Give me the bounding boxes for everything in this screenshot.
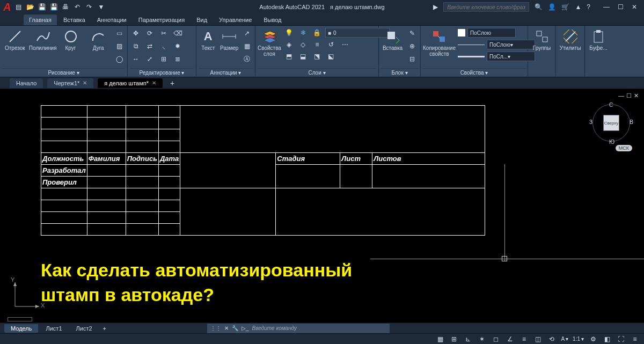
arc-button[interactable]: Дуга — [85, 27, 111, 51]
iso-icon[interactable]: ◧ — [602, 335, 612, 343]
layer-more-icon[interactable]: ⋯ — [339, 39, 351, 50]
mtext-icon[interactable]: Ⓐ — [241, 53, 253, 65]
hatch-icon[interactable]: ▨ — [113, 40, 125, 52]
layer-merge-icon[interactable]: ⬒ — [283, 50, 295, 62]
layer-props-button[interactable]: Свойства слоя — [258, 27, 281, 57]
layer-match-icon[interactable]: ≡ — [311, 39, 323, 50]
panel-title[interactable]: Редактирование ▾ — [130, 68, 194, 77]
stretch-icon[interactable]: ↔ — [130, 53, 142, 65]
wcs-badge[interactable]: МСК — [616, 145, 632, 151]
gear-icon[interactable]: ⚙ — [588, 335, 598, 343]
trim-icon[interactable]: ✂ — [158, 27, 170, 39]
panel-title[interactable]: Рисование ▾ — [2, 68, 125, 77]
erase-icon[interactable]: ⌫ — [172, 27, 184, 39]
file-tab-drawing1[interactable]: Чертеж1*✕ — [47, 78, 93, 88]
search-input[interactable] — [443, 2, 529, 12]
fullscreen-icon[interactable]: ⛶ — [616, 335, 626, 343]
layer-uniso-icon[interactable]: ◇ — [297, 39, 309, 50]
cmd-wrench-icon[interactable]: 🔧 — [232, 325, 238, 331]
line-button[interactable]: Отрезок — [2, 27, 28, 51]
grid-icon[interactable]: ▦ — [435, 335, 445, 343]
tab-view[interactable]: Вид — [191, 14, 213, 25]
linetype-dropdown[interactable]: ПоСлою▾ — [458, 39, 535, 50]
panel-title[interactable]: Блок ▾ — [381, 68, 418, 77]
tab-parametric[interactable]: Параметризация — [133, 14, 190, 25]
paste-button[interactable]: Буфе... — [587, 27, 610, 51]
close-tab-icon[interactable]: ✕ — [83, 80, 87, 86]
viewcube-w[interactable]: З — [589, 119, 592, 125]
file-tab-start[interactable]: Начало — [10, 78, 43, 88]
undo-icon[interactable]: ↶ — [73, 3, 82, 11]
dimension-button[interactable]: Размер — [220, 27, 239, 51]
insert-block-button[interactable]: Вставка — [381, 27, 404, 51]
fillet-icon[interactable]: ◟ — [158, 40, 170, 52]
rect-icon[interactable]: ▭ — [113, 27, 125, 39]
viewcube-e[interactable]: В — [630, 119, 633, 125]
panel-title[interactable]: Аннотации ▾ — [199, 68, 253, 77]
user-icon[interactable]: 👤 — [548, 3, 556, 11]
layout-tab-model[interactable]: Модель — [4, 324, 38, 333]
drawing-canvas[interactable]: — ☐ ✕ Должность Фамилия Подпись Дата Ста… — [0, 89, 644, 323]
tab-annotate[interactable]: Аннотации — [92, 14, 132, 25]
new-icon[interactable]: ▤ — [14, 3, 23, 11]
layer-del-icon[interactable]: ⬓ — [297, 50, 309, 62]
layout-tab-2[interactable]: Лист2 — [70, 324, 99, 333]
maximize-button[interactable]: ☐ — [614, 2, 627, 12]
command-line[interactable]: ⋮⋮ ✕ 🔧 ▷_ Введите команду — [207, 324, 390, 333]
close-button[interactable]: ✕ — [628, 2, 641, 12]
polyline-button[interactable]: Полилиния — [30, 27, 56, 51]
offset-icon[interactable]: ≣ — [172, 53, 184, 65]
panel-title[interactable]: Слои ▾ — [258, 68, 376, 77]
vp-close-icon[interactable]: ✕ — [634, 92, 639, 99]
layer-freeze-icon[interactable]: ❄ — [297, 27, 309, 39]
ortho-icon[interactable]: ⊾ — [463, 335, 473, 343]
cart-icon[interactable]: 🛒 — [561, 3, 569, 11]
match-props-button[interactable]: Копирование свойств — [423, 27, 456, 57]
osnap-icon[interactable]: ◻ — [491, 335, 501, 343]
otrack-icon[interactable]: ∠ — [505, 335, 515, 343]
layer-iso-icon[interactable]: ◈ — [283, 39, 295, 50]
layer-state-icon[interactable]: ⬕ — [325, 50, 337, 62]
autodesk-icon[interactable]: ▲ — [575, 3, 581, 11]
polar-icon[interactable]: ✶ — [477, 335, 487, 343]
utils-button[interactable]: Утилиты — [558, 27, 582, 51]
redo-icon[interactable]: ↷ — [85, 3, 93, 11]
cmd-handle-icon[interactable]: ⋮⋮ — [210, 325, 221, 331]
table-icon[interactable]: ▦ — [241, 40, 253, 52]
text-button[interactable]: А Текст — [199, 27, 218, 51]
block-create-icon[interactable]: ⊕ — [406, 40, 418, 52]
panel-title[interactable]: Свойства ▾ — [423, 68, 525, 77]
viewcube[interactable]: С Ю З В Сверху — [592, 104, 630, 142]
tab-insert[interactable]: Вставка — [58, 14, 91, 25]
scale[interactable]: 1:1▾ — [573, 336, 584, 342]
help-icon[interactable]: ? — [587, 3, 590, 11]
snap-icon[interactable]: ⊞ — [449, 335, 459, 343]
open-icon[interactable]: 📂 — [26, 3, 34, 11]
new-tab-button[interactable]: + — [167, 79, 178, 87]
groups-button[interactable]: Группы — [530, 27, 553, 51]
viewcube-s[interactable]: Ю — [609, 139, 614, 145]
minimize-button[interactable]: — — [600, 2, 613, 12]
explode-icon[interactable]: ✸ — [172, 40, 184, 52]
search-icon[interactable]: 🔍 — [535, 3, 543, 11]
add-layout-button[interactable]: + — [100, 325, 109, 332]
transparency-icon[interactable]: ◫ — [533, 335, 543, 343]
anno-scale[interactable]: A▾ — [561, 336, 568, 342]
vp-max-icon[interactable]: ☐ — [626, 92, 632, 99]
layer-lock-icon[interactable]: 🔒 — [311, 27, 323, 39]
copy-icon[interactable]: ⧉ — [130, 40, 142, 52]
mirror-icon[interactable]: ⇄ — [144, 40, 156, 52]
lineweight-dropdown[interactable]: ПоСл...▾ — [458, 51, 535, 62]
viewcube-face[interactable]: Сверху — [603, 115, 619, 131]
close-tab-icon[interactable]: ✕ — [152, 80, 156, 86]
saveas-icon[interactable]: 💾 — [49, 3, 58, 11]
block-edit-icon[interactable]: ✎ — [406, 27, 418, 39]
tab-manage[interactable]: Управление — [214, 14, 257, 25]
layer-off-icon[interactable]: 💡 — [283, 27, 295, 39]
customize-icon[interactable]: ≡ — [630, 335, 640, 343]
array-icon[interactable]: ⊞ — [158, 53, 170, 65]
vp-min-icon[interactable]: — — [618, 92, 624, 99]
rotate-icon[interactable]: ⟳ — [144, 27, 156, 39]
layer-walk-icon[interactable]: ⬔ — [311, 50, 323, 62]
scale-icon[interactable]: ⤢ — [144, 53, 156, 65]
